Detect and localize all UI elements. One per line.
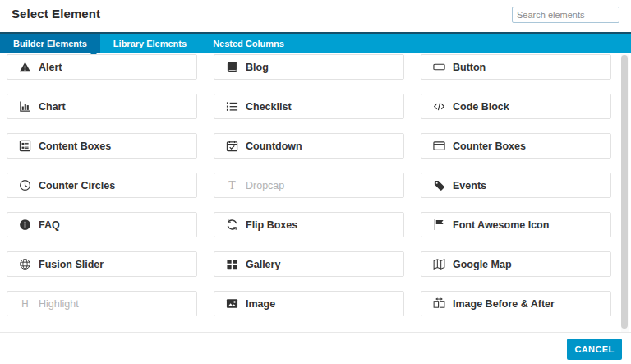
element-label: Font Awesome Icon (453, 219, 549, 231)
element-label: Alert (39, 62, 62, 73)
calendar-check-icon (226, 140, 238, 152)
select-element-dialog: Select Element Builder ElementsLibrary E… (0, 0, 631, 364)
element-label: Image (246, 298, 275, 310)
element-card-faq[interactable]: FAQ (7, 212, 197, 237)
alert-icon (19, 61, 31, 73)
element-card-checklist[interactable]: Checklist (214, 94, 404, 119)
tag-icon (433, 179, 445, 191)
tab-library-elements[interactable]: Library Elements (100, 34, 200, 53)
tab-bar: Builder ElementsLibrary ElementsNested C… (0, 32, 631, 53)
element-card-button[interactable]: Button (421, 54, 611, 80)
element-label: Counter Boxes (453, 141, 526, 152)
element-label: Chart (39, 101, 66, 113)
element-card-chart[interactable]: Chart (7, 94, 197, 119)
flag-icon (433, 219, 445, 231)
element-card-blog[interactable]: Blog (214, 54, 404, 80)
svg-text:H: H (21, 298, 29, 310)
dialog-footer: CANCEL (0, 332, 631, 364)
element-label: Countdown (246, 141, 302, 152)
window-icon (433, 140, 445, 152)
grid-icon (226, 258, 238, 270)
element-card-flip-boxes[interactable]: Flip Boxes (214, 212, 404, 237)
element-label: Fusion Slider (39, 259, 104, 270)
clock-icon (19, 179, 31, 191)
search-input[interactable] (512, 7, 619, 23)
element-label: Image Before & After (453, 298, 555, 310)
element-label: Blog (246, 62, 269, 73)
code-icon (433, 100, 445, 113)
element-card-code-block[interactable]: Code Block (421, 94, 611, 119)
element-card-gallery[interactable]: Gallery (214, 251, 404, 277)
element-label: Gallery (246, 259, 280, 270)
element-card-google-map[interactable]: Google Map (421, 251, 611, 277)
element-label: Counter Circles (39, 180, 115, 191)
element-card-fusion-slider[interactable]: Fusion Slider (7, 251, 197, 277)
element-card-dropcap: TDropcap (214, 173, 404, 198)
dialog-title: Select Element (12, 7, 100, 21)
button-outline-icon (433, 61, 445, 73)
tab-builder-elements[interactable]: Builder Elements (0, 34, 100, 53)
element-card-counter-boxes[interactable]: Counter Boxes (421, 133, 611, 159)
svg-text:T: T (228, 179, 236, 191)
cancel-button[interactable]: CANCEL (567, 339, 622, 360)
highlight-h-icon: H (19, 297, 31, 310)
element-label: Events (453, 180, 486, 191)
element-card-alert[interactable]: Alert (7, 54, 197, 80)
element-label: Highlight (39, 298, 79, 310)
element-label: Flip Boxes (246, 219, 297, 231)
info-circle-icon (19, 219, 31, 231)
sync-icon (226, 219, 238, 231)
element-grid: AlertBlogButtonChartChecklistCode BlockC… (7, 54, 611, 316)
element-label: Google Map (453, 259, 512, 270)
element-label: Content Boxes (39, 141, 111, 152)
element-card-image[interactable]: Image (214, 291, 404, 316)
element-card-font-awesome-icon[interactable]: Font Awesome Icon (421, 212, 611, 237)
element-card-content-boxes[interactable]: Content Boxes (7, 133, 197, 159)
globe-sphere-icon (19, 258, 31, 270)
scrollbar-thumb[interactable] (621, 55, 628, 329)
element-card-countdown[interactable]: Countdown (214, 133, 404, 159)
book-icon (226, 61, 238, 73)
element-label: Button (453, 62, 486, 73)
content-boxes-icon (19, 140, 31, 152)
image-compare-icon (433, 297, 445, 310)
element-label: FAQ (39, 219, 60, 231)
tab-nested-columns[interactable]: Nested Columns (200, 34, 297, 53)
map-icon (433, 258, 445, 270)
bar-chart-icon (19, 100, 31, 113)
element-card-counter-circles[interactable]: Counter Circles (7, 173, 197, 198)
element-card-image-before-after[interactable]: Image Before & After (421, 291, 611, 316)
element-label: Checklist (246, 101, 292, 113)
element-card-events[interactable]: Events (421, 173, 611, 198)
element-label: Dropcap (246, 180, 284, 191)
dropcap-t-icon: T (226, 179, 238, 191)
list-icon (226, 100, 238, 113)
image-icon (226, 297, 238, 310)
element-card-highlight: HHighlight (7, 291, 197, 316)
element-label: Code Block (453, 101, 509, 113)
